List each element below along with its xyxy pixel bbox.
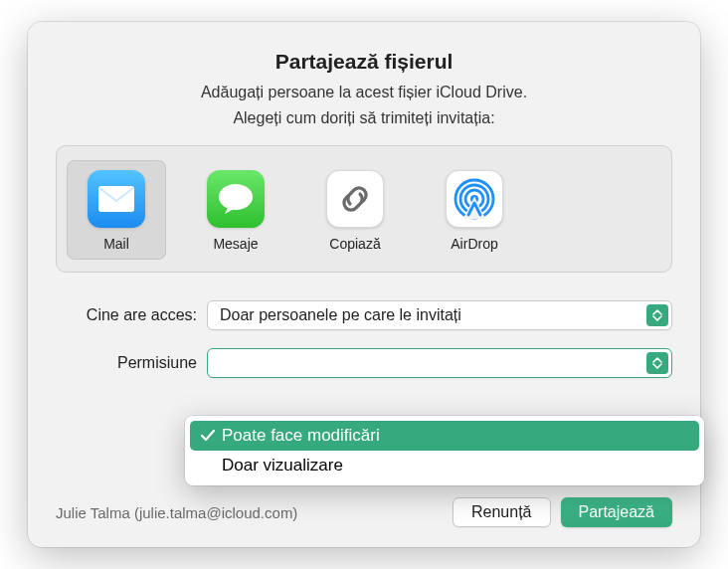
app-label: Mesaje	[213, 236, 258, 252]
airdrop-icon	[446, 170, 503, 228]
access-row: Cine are acces: Doar persoanele pe care …	[56, 300, 672, 330]
messages-icon	[207, 170, 265, 228]
permission-label: Permisiune	[56, 354, 207, 372]
app-label: Mail	[103, 236, 129, 252]
permission-option-view[interactable]: Doar vizualizare	[190, 451, 699, 480]
apps-selector: Mail Mesaje Copiază	[56, 145, 672, 273]
svg-rect-0	[98, 186, 134, 212]
app-mail[interactable]: Mail	[67, 160, 166, 260]
option-label: Doar vizualizare	[222, 456, 343, 475]
dialog-title: Partajează fișierul	[56, 50, 672, 74]
permission-select[interactable]	[207, 348, 672, 378]
permission-option-edit[interactable]: Poate face modificări	[190, 421, 699, 451]
dialog-subtitle: Adăugați persoane la acest fișier iCloud…	[56, 84, 672, 101]
app-label: Copiază	[329, 236, 380, 252]
share-button[interactable]: Partajează	[561, 497, 673, 527]
mail-icon	[88, 170, 145, 228]
permission-value	[220, 354, 224, 372]
dialog-footer: Julie Talma (julie.talma@icloud.com) Ren…	[56, 485, 672, 527]
permission-dropdown: Poate face modificări Doar vizualizare	[185, 416, 704, 485]
permission-row: Permisiune	[56, 348, 672, 378]
chevron-updown-icon	[646, 352, 668, 374]
access-value: Doar persoanele pe care le invitați	[220, 306, 461, 324]
access-label: Cine are acces:	[56, 306, 207, 324]
app-copy-link[interactable]: Copiază	[305, 160, 405, 260]
svg-point-1	[219, 184, 253, 210]
link-icon	[326, 170, 384, 228]
option-label: Poate face modificări	[222, 426, 380, 446]
app-messages[interactable]: Mesaje	[186, 160, 285, 260]
user-identity: Julie Talma (julie.talma@icloud.com)	[56, 504, 443, 521]
app-label: AirDrop	[451, 236, 497, 252]
app-airdrop[interactable]: AirDrop	[425, 160, 524, 260]
chevron-updown-icon	[646, 304, 668, 326]
checkmark-icon	[198, 430, 218, 442]
access-select[interactable]: Doar persoanele pe care le invitați	[207, 300, 672, 330]
cancel-button[interactable]: Renunță	[453, 497, 551, 527]
dialog-instruction: Alegeți cum doriți să trimiteți invitați…	[56, 109, 672, 127]
